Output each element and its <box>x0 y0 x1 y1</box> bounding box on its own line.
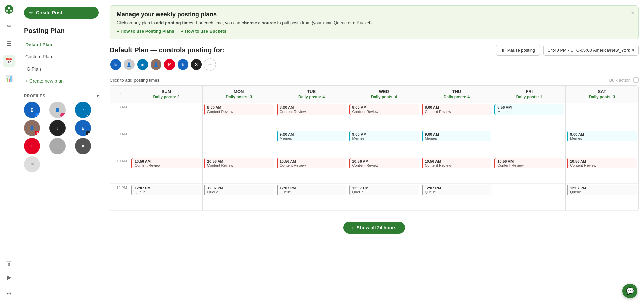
cal-cell-10am-wed[interactable]: 10:56 AMContent Review <box>348 157 421 184</box>
create-post-button[interactable]: ✏ Create Post <box>24 7 99 19</box>
calendar-event[interactable]: 10:56 AMContent Review <box>204 158 274 168</box>
cal-cell-8am-wed[interactable]: 8:00 AMContent Review <box>348 103 421 130</box>
calendar-event[interactable]: 10:56 AMContent Review <box>277 158 346 168</box>
sidebar-item-custom-plan[interactable]: Custom Plan <box>18 51 104 63</box>
nav-icon-compose[interactable]: ✏ <box>3 20 15 32</box>
banner-close-button[interactable]: × <box>631 10 634 17</box>
nav-icon-analytics[interactable]: 📊 <box>3 73 15 85</box>
calendar-event[interactable]: 8:00 AMContent Review <box>204 104 274 115</box>
cal-cell-8am-thu[interactable]: 8:00 AMContent Review <box>420 103 493 130</box>
cal-cell-9am-sun[interactable] <box>130 130 203 157</box>
cal-cell-10am-thu[interactable]: 10:56 AMContent Review <box>420 157 493 184</box>
plan-profile-user2[interactable]: 👤 <box>150 58 162 71</box>
nav-icon-settings[interactable]: ⚙ <box>3 288 15 300</box>
cal-cell-10am-tue[interactable]: 10:56 AMContent Review <box>275 157 348 184</box>
cal-cell-8am-mon[interactable]: 8:00 AMContent Review <box>203 103 275 130</box>
cal-cell-12pm-tue[interactable]: 12:07 PMQueue <box>275 184 348 211</box>
cal-cell-9am-fri[interactable] <box>493 130 566 157</box>
cal-cell-12pm-fri[interactable] <box>493 184 566 211</box>
profile-icons-row: E 👤 in 👤 P E ✕ + <box>104 58 644 75</box>
create-post-label: Create Post <box>36 10 62 15</box>
calendar-event[interactable]: 10:56 AMContent Review <box>494 158 564 168</box>
calendar-event[interactable]: 12:07 PMQueue <box>349 185 419 195</box>
cal-header-sat: SAT Daily posts: 3 <box>566 86 638 103</box>
calendar-event[interactable]: 10:56 AMContent Review <box>349 158 419 168</box>
profile-avatar-x[interactable]: ✕ <box>75 138 91 154</box>
pause-posting-button[interactable]: ⏸ Pause posting <box>496 45 540 56</box>
cal-header-mon: MON Daily posts: 3 <box>203 86 275 103</box>
profile-avatar-mail[interactable]: ✉ <box>24 156 40 172</box>
profile-avatar-user2[interactable]: 👤 P <box>24 120 40 136</box>
plan-profile-fb-e2[interactable]: E <box>177 58 189 71</box>
profile-avatar-fb1[interactable]: E f <box>24 102 40 118</box>
create-new-plan-link[interactable]: + Create new plan <box>18 75 104 87</box>
svg-point-3 <box>10 10 12 12</box>
cal-cell-8am-sat[interactable] <box>566 103 638 130</box>
calendar-event[interactable]: 12:07 PMQueue <box>422 185 491 195</box>
calendar-event[interactable]: 10:56 AMContent Review <box>422 158 491 168</box>
calendar-event[interactable]: 12:07 PMQueue <box>277 185 346 195</box>
sidebar-item-ig-plan[interactable]: IG Plan <box>18 63 104 75</box>
calendar-event[interactable]: 12:07 PMQueue <box>567 185 637 195</box>
calendar-event[interactable]: 8:00 AMContent Review <box>277 104 346 115</box>
cal-cell-9am-wed[interactable]: 9:00 AMMemes <box>348 130 421 157</box>
bulk-action-control[interactable]: Bulk action <box>609 77 639 83</box>
calendar-event[interactable]: 9:00 AMMemes <box>349 131 419 141</box>
cal-cell-8am-sun[interactable] <box>130 103 203 130</box>
cal-cell-9am-thu[interactable]: 9:00 AMMemes <box>420 130 493 157</box>
cal-cell-9am-sat[interactable]: 9:00 AMMemes <box>566 130 638 157</box>
plan-profile-li[interactable]: in <box>137 58 149 71</box>
cal-cell-12pm-thu[interactable]: 12:07 PMQueue <box>420 184 493 211</box>
plan-profile-pi[interactable]: P <box>163 58 176 71</box>
profile-avatar-tik2[interactable]: ♪ <box>49 138 66 154</box>
cal-cell-10am-fri[interactable]: 10:56 AMContent Review <box>493 157 566 184</box>
cal-cell-10am-sat[interactable]: 10:56 AMContent Review <box>566 157 638 184</box>
profile-avatar-li1[interactable]: in in <box>75 102 91 118</box>
cal-cell-12pm-mon[interactable]: 12:07 PMQueue <box>203 184 275 211</box>
add-profile-button[interactable]: + <box>204 58 216 71</box>
how-to-posting-plans-link[interactable]: ● How to use Posting Plans <box>117 29 174 34</box>
calendar-event[interactable]: 9:00 AMMemes <box>422 131 491 141</box>
cal-cell-12pm-sat[interactable]: 12:07 PMQueue <box>566 184 638 211</box>
cal-cell-12pm-sun[interactable]: 12:07 PMQueue <box>130 184 203 211</box>
chat-icon: 💬 <box>626 287 634 295</box>
profiles-chevron-icon[interactable]: ▾ <box>97 94 99 98</box>
cal-cell-10am-sun[interactable]: 10:56 AMContent Review <box>130 157 203 184</box>
cal-cell-9am-tue[interactable]: 9:00 AMMemes <box>275 130 348 157</box>
calendar-event[interactable]: 9:00 AMMemes <box>567 131 637 141</box>
profile-avatar-user1[interactable]: 👤 ig <box>49 102 66 118</box>
calendar-event[interactable]: 10:56 AMContent Review <box>131 158 201 168</box>
calendar-event[interactable]: 12:07 PMQueue <box>131 185 201 195</box>
beta-label[interactable]: β <box>6 261 12 267</box>
how-to-buckets-link[interactable]: ● How to use Buckets <box>181 29 226 34</box>
show-all-hours-button[interactable]: ↓ Show all 24 hours <box>343 222 405 234</box>
calendar-body: 8 AM8:00 AMContent Review8:00 AMContent … <box>110 103 638 211</box>
nav-icon-play[interactable]: ▶ <box>3 271 15 284</box>
cal-cell-12pm-wed[interactable]: 12:07 PMQueue <box>348 184 421 211</box>
profile-avatar-fb2[interactable]: E ✕ <box>75 120 91 136</box>
chevron-down-icon: ▾ <box>632 48 634 53</box>
profile-avatar-pi[interactable]: P <box>24 138 40 154</box>
nav-icon-calendar[interactable]: 📅 <box>3 55 15 67</box>
plan-profile-fb-e[interactable]: E <box>110 58 122 71</box>
sidebar-item-default-plan[interactable]: Default Plan <box>18 39 104 51</box>
cal-cell-8am-tue[interactable]: 8:00 AMContent Review <box>275 103 348 130</box>
calendar-event[interactable]: 12:07 PMQueue <box>204 185 274 195</box>
calendar-event[interactable]: 10:56 AMContent Review <box>567 158 637 168</box>
calendar-event[interactable]: 8:56 AMMemes <box>494 104 564 115</box>
app-logo[interactable] <box>4 4 14 15</box>
calendar-event[interactable]: 8:00 AMContent Review <box>422 104 491 115</box>
nav-icon-queue[interactable]: ☰ <box>3 38 15 50</box>
plan-profile-user1[interactable]: 👤 <box>123 58 135 71</box>
cal-cell-9am-mon[interactable] <box>203 130 275 157</box>
calendar-event[interactable]: 9:00 AMMemes <box>277 131 346 141</box>
cal-cell-10am-mon[interactable]: 10:56 AMContent Review <box>203 157 275 184</box>
chat-button[interactable]: 💬 <box>622 284 637 298</box>
timezone-selector[interactable]: 04:40 PM - UTC-05:00 America/New_York ▾ <box>543 45 639 56</box>
profile-avatar-tiktok[interactable]: ♪ tk <box>49 120 66 136</box>
bulk-action-checkbox[interactable] <box>633 77 639 83</box>
play-icon-1: ● <box>117 29 119 34</box>
cal-cell-8am-fri[interactable]: 8:56 AMMemes <box>493 103 566 130</box>
plan-profile-x[interactable]: ✕ <box>190 58 202 71</box>
calendar-event[interactable]: 8:00 AMContent Review <box>349 104 419 115</box>
